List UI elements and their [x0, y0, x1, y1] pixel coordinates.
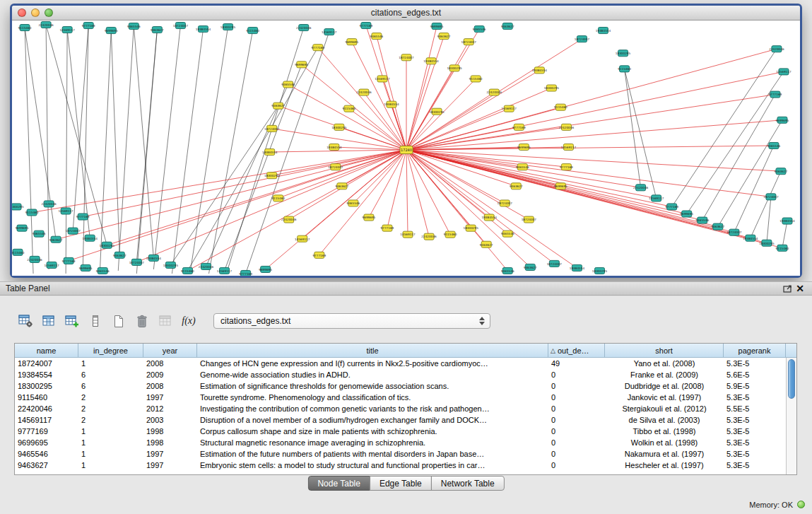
column-header-short[interactable]: short — [605, 344, 724, 357]
graph-node[interactable]: 9465546 — [767, 142, 781, 148]
graph-node[interactable]: 9699695 — [554, 183, 567, 189]
graph-node[interactable]: 9465546 — [501, 230, 514, 237]
delete-button[interactable] — [134, 313, 151, 329]
graph-node[interactable]: 9465546 — [501, 267, 514, 274]
graph-node[interactable]: 18724007 — [129, 259, 145, 265]
graph-node[interactable]: 9115460 — [776, 245, 789, 251]
table-row[interactable]: 977716911998Corpus callosum shape and si… — [15, 426, 786, 437]
graph-node[interactable]: 19384554 — [423, 58, 439, 64]
graph-node[interactable]: 18300295 — [429, 108, 445, 115]
graph-node[interactable]: 9777169 — [76, 214, 90, 220]
graph-node[interactable]: 9463627 — [510, 183, 523, 189]
graph-node[interactable]: 9463627 — [501, 23, 514, 30]
graph-node[interactable]: 9465546 — [33, 230, 46, 237]
tab-edge-table[interactable]: Edge Table — [370, 476, 432, 491]
graph-node[interactable]: 9465546 — [281, 81, 295, 88]
table-row[interactable]: 1830029562008Estimation of significance … — [15, 380, 786, 392]
graph-node[interactable]: 22420046 — [281, 216, 297, 223]
graph-node[interactable]: 9699695 — [776, 117, 789, 123]
graph-node[interactable]: 9115460 — [469, 76, 483, 82]
float-panel-button[interactable] — [781, 283, 794, 294]
table-row[interactable]: 1938455462009Genome-wide association stu… — [15, 369, 786, 380]
graph-node[interactable]: 9465546 — [370, 33, 384, 40]
graph-node[interactable]: 9777169 — [239, 270, 252, 276]
table-row[interactable]: 946554611997Estimation of the future num… — [15, 448, 786, 460]
table-row[interactable]: 2242004622012Investigating the contribut… — [15, 403, 786, 414]
graph-node[interactable]: 14569117 — [561, 144, 577, 150]
graph-node[interactable]: 9777169 — [311, 45, 324, 51]
network-canvas[interactable]: 1872400719384554183002959115460224200461… — [12, 21, 800, 276]
graph-node[interactable]: 9115460 — [554, 104, 567, 110]
graph-node[interactable]: 18724007 — [65, 228, 81, 234]
graph-node[interactable]: 9699695 — [363, 214, 376, 221]
single-column-button[interactable] — [87, 313, 104, 329]
graph-node[interactable]: 18300295 — [463, 225, 478, 231]
graph-node[interactable]: 9777169 — [360, 23, 373, 29]
function-builder-button[interactable]: f(x) — [180, 313, 197, 329]
graph-node[interactable]: 22420046 — [199, 263, 214, 269]
graph-node[interactable]: 22420046 — [559, 124, 575, 130]
graph-node[interactable]: 9115460 — [618, 66, 631, 72]
graph-node[interactable]: 9777169 — [560, 164, 573, 170]
table-row[interactable]: 1872400712008Changes of HCN gene express… — [15, 358, 786, 369]
graph-node[interactable]: 14569117 — [217, 267, 233, 274]
graph-node[interactable]: 9699695 — [16, 225, 29, 231]
graph-node[interactable]: 9777169 — [512, 124, 526, 130]
table-selector-dropdown[interactable]: citations_edges.txt — [213, 313, 490, 329]
graph-node[interactable]: 18724007 — [522, 216, 537, 223]
graph-node[interactable]: 9699695 — [105, 28, 118, 34]
graph-node[interactable]: 18300295 — [592, 267, 608, 274]
tab-network-table[interactable]: Network Table — [431, 476, 505, 491]
graph-node[interactable]: 14569117 — [58, 208, 73, 214]
graph-node[interactable]: 22420046 — [633, 185, 649, 191]
graph-node[interactable]: 14569117 — [400, 231, 416, 238]
import-table-button[interactable] — [157, 313, 174, 329]
graph-node[interactable]: 14569117 — [322, 29, 337, 35]
graph-node[interactable]: 9115460 — [25, 209, 39, 216]
graph-node[interactable]: 9115460 — [271, 195, 285, 201]
column-header-in_degree[interactable]: in_degree — [78, 344, 143, 357]
graph-node[interactable]: 14569117 — [776, 69, 792, 75]
graph-node[interactable]: 9699695 — [517, 144, 531, 150]
graph-node[interactable]: 9463627 — [437, 33, 451, 40]
graph-node[interactable]: 14569117 — [295, 235, 310, 242]
graph-node[interactable]: 18300295 — [264, 173, 280, 179]
tab-node-table[interactable]: Node Table — [307, 476, 370, 491]
graph-node[interactable]: 14569117 — [649, 195, 664, 201]
graph-node[interactable]: 9463627 — [335, 183, 348, 189]
graph-node[interactable]: 9777169 — [381, 225, 394, 231]
graph-node[interactable]: 18300295 — [12, 204, 24, 210]
zoom-window-button[interactable] — [45, 8, 53, 17]
graph-node[interactable]: 9463627 — [271, 103, 285, 109]
graph-node[interactable]: 18724007 — [264, 125, 280, 132]
graph-node[interactable]: 9465546 — [473, 26, 486, 33]
graph-node[interactable]: 9699695 — [295, 62, 308, 68]
graph-node[interactable]: 9463627 — [524, 264, 537, 270]
graph-node[interactable]: 19384554 — [83, 235, 98, 241]
graph-node[interactable]: 18300295 — [100, 242, 115, 248]
graph-node[interactable]: 9115460 — [18, 25, 32, 31]
graph-node[interactable]: 18724007 — [461, 39, 476, 45]
graph-node[interactable]: 19384554 — [326, 144, 342, 150]
graph-node[interactable]: 9699695 — [346, 39, 359, 45]
graph-node[interactable]: 22420046 — [27, 256, 42, 262]
vertical-scrollbar[interactable] — [786, 358, 796, 474]
graph-node[interactable]: 9777169 — [312, 252, 326, 258]
graph-node[interactable]: 19384554 — [596, 28, 611, 34]
graph-node[interactable]: 18300295 — [163, 262, 179, 268]
new-table-button[interactable] — [110, 313, 127, 329]
graph-node[interactable]: 19384554 — [779, 218, 795, 224]
graph-node[interactable]: 9115460 — [444, 231, 457, 238]
show-columns-button[interactable] — [40, 313, 57, 329]
graph-node[interactable]: 19384554 — [146, 255, 162, 261]
graph-node[interactable]: 22420046 — [38, 22, 54, 28]
graph-node[interactable]: 19384554 — [262, 149, 278, 156]
graph-node[interactable]: 9777169 — [665, 204, 678, 210]
close-window-button[interactable] — [18, 8, 26, 17]
close-panel-button[interactable]: ✕ — [794, 283, 806, 294]
table-row[interactable]: 1456911722003Disruption of a novel membe… — [15, 414, 786, 426]
graph-node[interactable]: 9463627 — [711, 223, 724, 230]
table-mode-button[interactable] — [17, 313, 34, 329]
graph-node[interactable]: 22420046 — [296, 25, 312, 31]
graph-node[interactable]: 9463627 — [151, 27, 164, 33]
